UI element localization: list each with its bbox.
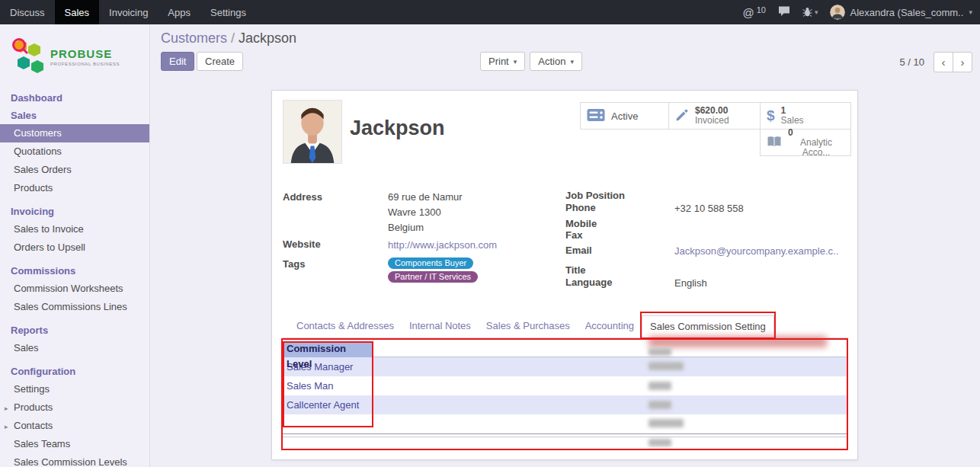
topbar-menus: Discuss Sales Invoicing Apps Settings — [0, 0, 256, 24]
sidebar-item-reports-sales[interactable]: Sales — [0, 339, 149, 357]
tab-sales-commission-setting[interactable]: Sales Commission Setting — [642, 315, 774, 338]
sidebar-item-sales-commissions-lines[interactable]: Sales Commissions Lines — [0, 298, 149, 316]
sidebar-section-invoicing: Invoicing Sales to Invoice Orders to Ups… — [0, 203, 149, 257]
table-row[interactable]: Sales Man — [283, 376, 848, 395]
pager-previous-button[interactable]: ‹ — [934, 52, 953, 72]
active-stat-button[interactable]: Active — [580, 102, 669, 130]
language-label: Language — [565, 277, 612, 288]
chevron-down-icon: ▾ — [969, 8, 972, 16]
language-value[interactable]: English — [674, 277, 707, 289]
tab-internal-notes[interactable]: Internal Notes — [402, 315, 479, 337]
tab-sales-purchases[interactable]: Sales & Purchases — [479, 315, 578, 337]
sidebar-heading-dashboard[interactable]: Dashboard — [0, 89, 149, 107]
sidebar-item-sales-orders[interactable]: Sales Orders — [0, 161, 149, 179]
commission-level-cell: Sales Man — [283, 376, 373, 395]
table-row[interactable]: Sales Manager — [283, 357, 848, 376]
sidebar-heading-commissions[interactable]: Commissions — [0, 262, 149, 280]
address-label: Address — [283, 191, 322, 203]
commission-table: Commission Level Sales Manager Sales Man… — [283, 341, 848, 447]
sidebar-item-sales-to-invoice[interactable]: Sales to Invoice — [0, 220, 149, 238]
sidebar: PROBUSE PROFESSIONAL BUSINESS Dashboard … — [0, 24, 150, 467]
sidebar-heading-invoicing[interactable]: Invoicing — [0, 203, 149, 220]
analytic-accounts-stat-button[interactable]: 0 Analytic Acco... — [760, 129, 851, 156]
sales-stat-button[interactable]: $ 1 Sales — [760, 102, 851, 130]
sidebar-heading-reports[interactable]: Reports — [0, 321, 149, 339]
phone-value[interactable]: +32 10 588 558 — [674, 203, 744, 214]
address-line-1[interactable]: 69 rue de Namur — [388, 191, 463, 203]
sidebar-item-orders-to-upsell[interactable]: Orders to Upsell — [0, 238, 149, 257]
logo-subtitle: PROFESSIONAL BUSINESS — [50, 62, 120, 66]
tag-partner-it-services[interactable]: Partner / IT Services — [388, 271, 478, 283]
book-icon — [767, 136, 782, 150]
mentions-button[interactable]: @ 10 — [742, 6, 765, 19]
sidebar-item-settings[interactable]: Settings — [0, 380, 149, 398]
sidebar-section-sales: Sales Customers Quotations Sales Orders … — [0, 107, 149, 197]
sidebar-section-configuration: Configuration Settings ▸ Products ▸ Cont… — [0, 363, 149, 467]
user-name: Alexandra (Sales_comm... — [850, 7, 964, 18]
redacted-value-blur — [649, 348, 671, 356]
table-row-empty — [283, 437, 848, 447]
tab-contacts-addresses[interactable]: Contacts & Addresses — [289, 315, 402, 337]
main-content: Customers/Jackpson Edit Create Print ▾ A… — [150, 24, 980, 467]
redacted-area-blur — [649, 336, 827, 347]
pager-next-button[interactable]: › — [953, 52, 972, 72]
topbar-menu-sales[interactable]: Sales — [55, 0, 100, 24]
website-link[interactable]: http://www.jackpson.com — [388, 239, 497, 251]
sidebar-item-products[interactable]: Products — [0, 179, 149, 197]
mobile-label: Mobile — [565, 218, 597, 229]
redacted-value-blur — [649, 382, 671, 390]
stat-label: Invoiced — [695, 116, 729, 126]
topbar-menu-discuss[interactable]: Discuss — [0, 0, 55, 24]
debug-menu-button[interactable]: ▾ — [802, 6, 818, 19]
sidebar-item-sales-teams[interactable]: Sales Teams — [0, 435, 149, 453]
sidebar-item-customers[interactable]: Customers — [0, 124, 149, 142]
tab-accounting[interactable]: Accounting — [578, 315, 642, 337]
topbar-menu-settings[interactable]: Settings — [200, 0, 256, 24]
address-line-2[interactable]: Wavre 1300 — [388, 206, 441, 218]
sidebar-item-sales-commission-levels[interactable]: Sales Commission Levels — [0, 453, 149, 467]
chat-bubble-icon — [778, 5, 790, 19]
breadcrumb-customers-link[interactable]: Customers — [161, 30, 227, 46]
print-dropdown-button[interactable]: Print ▾ — [480, 52, 525, 71]
topbar-menu-apps[interactable]: Apps — [158, 0, 200, 24]
sidebar-heading-configuration[interactable]: Configuration — [0, 363, 149, 380]
bug-icon — [802, 6, 812, 19]
app-logo: PROBUSE PROFESSIONAL BUSINESS — [0, 24, 149, 84]
address-line-3[interactable]: Belgium — [388, 222, 424, 233]
user-menu[interactable]: Alexandra (Sales_comm... ▾ — [830, 5, 972, 20]
expand-caret-icon[interactable]: ▸ — [5, 402, 8, 414]
fax-label: Fax — [565, 229, 582, 241]
sidebar-item-commission-worksheets[interactable]: Commission Worksheets — [0, 280, 149, 298]
sidebar-item-config-contacts[interactable]: ▸ Contacts — [0, 417, 149, 435]
topbar-right: @ 10 ▾ Alexandra (Sales_comm... ▾ — [742, 0, 980, 24]
messages-button[interactable] — [778, 5, 790, 19]
sidebar-heading-sales[interactable]: Sales — [0, 107, 149, 124]
notebook-tabs: Contacts & Addresses Internal Notes Sale… — [283, 315, 848, 338]
tab-label: Sales Commission Setting — [650, 321, 766, 332]
email-label: Email — [565, 245, 592, 256]
sidebar-item-quotations[interactable]: Quotations — [0, 142, 149, 161]
invoiced-stat-button[interactable]: $620.00 Invoiced — [668, 102, 761, 130]
action-dropdown-button[interactable]: Action ▾ — [530, 52, 582, 71]
logo-title: PROBUSE — [50, 48, 120, 60]
at-icon: @ — [742, 6, 754, 19]
commission-level-column-header[interactable]: Commission Level — [283, 341, 373, 357]
chevron-down-icon: ▾ — [514, 58, 517, 66]
tag-components-buyer[interactable]: Components Buyer — [388, 257, 473, 269]
sidebar-section-reports: Reports Sales — [0, 321, 149, 357]
sidebar-item-label: Products — [14, 401, 53, 413]
email-link[interactable]: Jackpson@yourcompany.example.c.. — [674, 245, 838, 257]
chevron-down-icon: ▾ — [570, 58, 574, 66]
stat-button-group: Active $620.00 Invoiced $ 1 Sales — [580, 102, 851, 157]
expand-caret-icon[interactable]: ▸ — [5, 421, 8, 433]
sidebar-item-config-products[interactable]: ▸ Products — [0, 398, 149, 417]
action-label: Action — [538, 56, 565, 67]
table-row[interactable]: Callcenter Agent — [283, 395, 848, 414]
topbar-menu-invoicing[interactable]: Invoicing — [99, 0, 158, 24]
page: Discuss Sales Invoicing Apps Settings @ … — [0, 0, 980, 467]
user-avatar — [830, 5, 845, 20]
edit-button[interactable]: Edit — [161, 52, 194, 71]
create-button[interactable]: Create — [197, 52, 243, 71]
customer-photo[interactable] — [283, 100, 342, 164]
table-row-empty[interactable] — [283, 414, 848, 433]
